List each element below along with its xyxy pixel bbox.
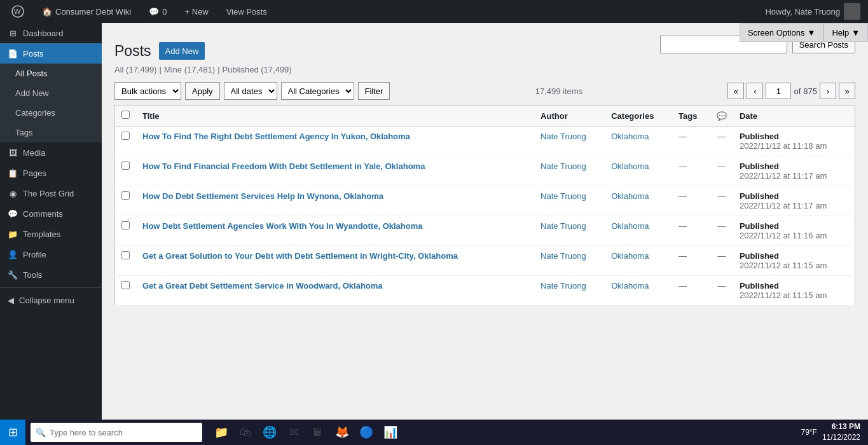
- row-checkbox-4[interactable]: [121, 251, 130, 259]
- sub-nav-all[interactable]: All (17,499): [114, 65, 157, 74]
- sidebar-item-templates[interactable]: 📁 Templates: [0, 224, 102, 244]
- categories-filter-select[interactable]: All Categories: [281, 82, 354, 100]
- author-link-0[interactable]: Nate Truong: [541, 132, 586, 141]
- adminbar-site-name[interactable]: 🏠 Consumer Debt Wiki: [38, 0, 135, 23]
- page-header: Posts Add New: [114, 42, 660, 60]
- row-checkbox-3[interactable]: [121, 221, 130, 229]
- pagination-first[interactable]: «: [727, 83, 744, 99]
- author-link-3[interactable]: Nate Truong: [541, 221, 586, 231]
- table-header-tags: Tags: [672, 106, 710, 127]
- posts-table: Title Author Categories Tags 💬 Date: [114, 105, 855, 306]
- table-header-checkbox: [115, 106, 137, 127]
- sidebar-item-media[interactable]: 🖼 Media: [0, 142, 102, 163]
- sub-nav-mine[interactable]: Mine (17,481): [164, 65, 215, 74]
- taskbar-search-input[interactable]: [50, 428, 196, 437]
- taskbar-search-box[interactable]: 🔍: [31, 423, 202, 442]
- taskbar-icon-calc[interactable]: 🖩: [307, 420, 329, 445]
- taskbar-icon-mail[interactable]: ✉: [282, 420, 305, 445]
- post-title-link-2[interactable]: How Do Debt Settlement Services Help In …: [142, 191, 383, 201]
- sidebar-item-the-post-grid[interactable]: ◉ The Post Grid: [0, 183, 102, 203]
- add-new-button[interactable]: Add New: [159, 42, 205, 60]
- author-link-2[interactable]: Nate Truong: [541, 191, 586, 201]
- row-checkbox-1[interactable]: [121, 161, 130, 170]
- taskbar-icon-explorer[interactable]: 📁: [210, 420, 233, 445]
- author-link-1[interactable]: Nate Truong: [541, 161, 586, 171]
- row-date-cell: Published 2022/11/12 at 11:17 am: [733, 186, 855, 216]
- author-link-5[interactable]: Nate Truong: [541, 281, 586, 291]
- category-link-4[interactable]: Oklahoma: [611, 251, 649, 261]
- category-link-3[interactable]: Oklahoma: [611, 221, 649, 231]
- row-checkbox-5[interactable]: [121, 281, 130, 289]
- filter-button[interactable]: Filter: [358, 82, 390, 100]
- row-category-cell: Oklahoma: [605, 127, 672, 156]
- bulk-actions-select[interactable]: Bulk actions: [114, 82, 181, 100]
- collapse-menu-button[interactable]: ◀ Collapse menu: [0, 291, 102, 310]
- row-category-cell: Oklahoma: [605, 246, 672, 276]
- sidebar-item-all-posts[interactable]: All Posts: [0, 64, 102, 83]
- post-title-link-1[interactable]: How To Find Financial Freedom With Debt …: [142, 161, 425, 171]
- pagination-last[interactable]: »: [839, 83, 855, 99]
- sidebar-item-dashboard[interactable]: ⊞ Dashboard: [0, 23, 102, 43]
- sidebar-item-add-new[interactable]: Add New: [0, 83, 102, 103]
- row-checkbox-2[interactable]: [121, 191, 130, 200]
- adminbar-view-posts[interactable]: View Posts: [223, 0, 271, 23]
- pagination-prev[interactable]: ‹: [747, 83, 763, 99]
- start-button[interactable]: ⊞: [0, 420, 25, 445]
- row-checkbox-0[interactable]: [121, 132, 130, 140]
- row-title-cell: How Debt Settlement Agencies Work With Y…: [136, 216, 534, 246]
- category-link-0[interactable]: Oklahoma: [611, 132, 649, 141]
- row-comments-cell: —: [710, 246, 733, 276]
- posts-table-body: How To Find The Right Debt Settlement Ag…: [115, 127, 855, 306]
- taskbar-icon-store[interactable]: 🛍: [234, 420, 257, 445]
- row-tags-cell: —: [672, 156, 710, 186]
- row-title-cell: How To Find The Right Debt Settlement Ag…: [136, 127, 534, 156]
- adminbar-howdy[interactable]: Howdy, Nate Truong: [765, 3, 860, 20]
- screen-options-button[interactable]: Screen Options ▼: [740, 23, 823, 42]
- row-author-cell: Nate Truong: [534, 186, 605, 216]
- post-title-link-0[interactable]: How To Find The Right Debt Settlement Ag…: [142, 132, 410, 141]
- admin-bar: W 🏠 Consumer Debt Wiki 💬 0 + New View Po…: [0, 0, 868, 23]
- sidebar-item-pages[interactable]: 📋 Pages: [0, 163, 102, 183]
- pagination-next[interactable]: ›: [820, 83, 836, 99]
- taskbar-icon-firefox[interactable]: 🦊: [331, 420, 354, 445]
- sidebar-item-comments[interactable]: 💬 Comments: [0, 203, 102, 224]
- sidebar-item-profile[interactable]: 👤 Profile: [0, 244, 102, 264]
- post-title-link-3[interactable]: How Debt Settlement Agencies Work With Y…: [142, 221, 423, 231]
- items-count: 17,499 items: [535, 86, 582, 96]
- sidebar-item-tools[interactable]: 🔧 Tools: [0, 264, 102, 285]
- taskbar-icon-chrome[interactable]: 🔵: [355, 420, 378, 445]
- adminbar-new[interactable]: + New: [181, 0, 212, 23]
- row-checkbox-cell: [115, 186, 137, 216]
- sidebar-item-posts[interactable]: 📄 Posts: [0, 43, 102, 64]
- author-link-4[interactable]: Nate Truong: [541, 251, 586, 261]
- row-category-cell: Oklahoma: [605, 186, 672, 216]
- table-header-title[interactable]: Title: [136, 106, 534, 127]
- post-title-link-5[interactable]: Get a Great Debt Settlement Service in W…: [142, 281, 383, 291]
- taskbar-icon-browser[interactable]: 🌐: [258, 420, 281, 445]
- row-date-cell: Published 2022/11/12 at 11:15 am: [733, 246, 855, 276]
- row-checkbox-cell: [115, 216, 137, 246]
- row-title-cell: How Do Debt Settlement Services Help In …: [136, 186, 534, 216]
- table-header-date[interactable]: Date: [733, 106, 855, 127]
- dates-filter-select[interactable]: All dates: [224, 82, 277, 100]
- taskbar-icon-excel[interactable]: 📊: [379, 420, 402, 445]
- post-title-link-4[interactable]: Get a Great Solution to Your Debt with D…: [142, 251, 458, 261]
- taskbar-icons: 📁 🛍 🌐 ✉ 🖩 🦊 🔵 📊: [210, 420, 402, 445]
- adminbar-wp-logo[interactable]: W: [8, 0, 28, 23]
- row-checkbox-cell: [115, 156, 137, 186]
- row-comments-cell: —: [710, 186, 733, 216]
- apply-button[interactable]: Apply: [185, 82, 220, 100]
- sidebar-item-categories[interactable]: Categories: [0, 103, 102, 123]
- adminbar-comments[interactable]: 💬 0: [145, 0, 170, 23]
- category-link-2[interactable]: Oklahoma: [611, 191, 649, 201]
- help-button[interactable]: Help ▼: [823, 23, 868, 42]
- row-author-cell: Nate Truong: [534, 246, 605, 276]
- category-link-5[interactable]: Oklahoma: [611, 281, 649, 291]
- pagination-current-page[interactable]: [766, 83, 791, 99]
- sidebar-item-tags[interactable]: Tags: [0, 123, 102, 142]
- row-tags-cell: —: [672, 276, 710, 306]
- sub-nav-published[interactable]: Published (17,499): [223, 65, 292, 74]
- category-link-1[interactable]: Oklahoma: [611, 161, 649, 171]
- select-all-checkbox[interactable]: [121, 111, 130, 119]
- table-row: How To Find Financial Freedom With Debt …: [115, 156, 855, 186]
